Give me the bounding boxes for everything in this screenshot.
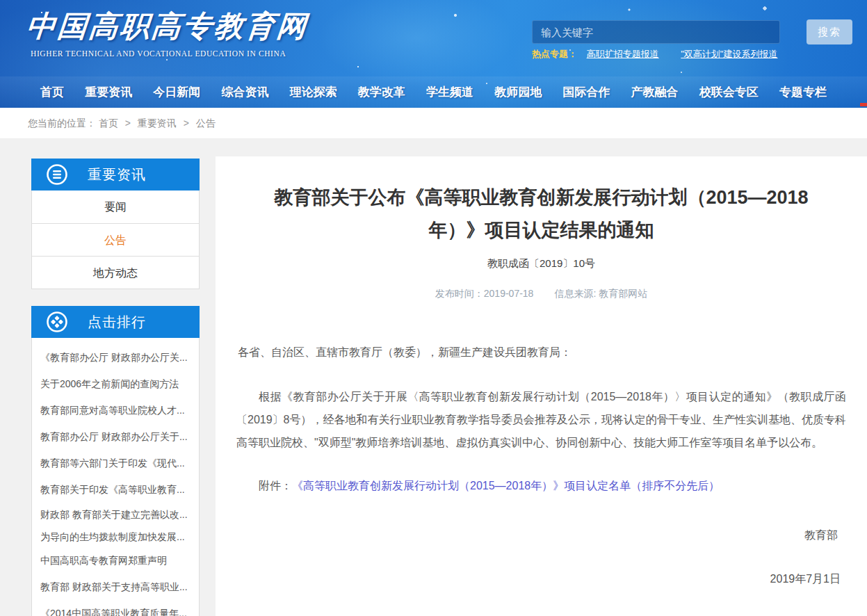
document-number: 教职成函〔2019〕10号: [236, 257, 846, 270]
search-button[interactable]: 搜索: [807, 19, 852, 44]
sidebar-item-yaowen[interactable]: 要闻: [31, 191, 200, 224]
logo-title: 中国高职高专教育网: [25, 7, 310, 46]
nav-item-important-news[interactable]: 重要资讯: [85, 84, 132, 100]
breadcrumb-separator: >: [125, 117, 131, 129]
publish-time-value: 2019-07-18: [484, 288, 534, 299]
hot-topics: 热点专题： 高职扩招专题报道 "双高计划"建设系列报道: [532, 48, 797, 60]
nav-item-general-info[interactable]: 综合资讯: [222, 84, 269, 100]
list-item[interactable]: 教育部等六部门关于印发《现代...: [40, 450, 193, 476]
page-title: 教育部关于公布《高等职业教育创新发展行动计划（2015—2018年）》项目认定结…: [253, 181, 830, 247]
search-input[interactable]: [532, 20, 780, 44]
source-label: 信息来源:: [554, 288, 599, 299]
sidebar-news-header: 重要资讯: [31, 159, 200, 191]
nav-item-school-association[interactable]: 校联会专区: [699, 84, 759, 100]
list-item[interactable]: 关于2006年之前新闻的查阅方法: [40, 371, 193, 397]
breadcrumb-label: 您当前的位置：: [28, 117, 96, 129]
list-item[interactable]: 教育部办公厅 财政部办公厅关于...: [40, 423, 193, 450]
source-value: 教育部网站: [599, 288, 647, 299]
sidebar-ranking-title: 点击排行: [69, 313, 165, 332]
attachment-line: 附件：《高等职业教育创新发展行动计划（2015—2018年）》项目认定名单（排序…: [236, 474, 846, 497]
nav-item-student-channel[interactable]: 学生频道: [426, 84, 473, 100]
site-header: 中国高职高专教育网 HIGHER TECHNICAL AND VOCATIONA…: [0, 0, 867, 108]
signature-date: 2019年7月1日: [236, 567, 846, 590]
nav-item-international[interactable]: 国际合作: [562, 84, 610, 100]
hot-topic-link-double-high[interactable]: "双高计划"建设系列报道: [681, 49, 777, 59]
site-logo[interactable]: 中国高职高专教育网 HIGHER TECHNICAL AND VOCATIONA…: [26, 7, 308, 58]
scroll-marker: [860, 103, 867, 106]
article-panel: 教育部关于公布《高等职业教育创新发展行动计划（2015—2018年）》项目认定结…: [216, 156, 867, 616]
nav-item-teacher-garden[interactable]: 教师园地: [494, 84, 542, 100]
breadcrumb-important-news[interactable]: 重要资讯: [138, 117, 177, 129]
nav-item-theory[interactable]: 理论探索: [290, 84, 337, 100]
list-item[interactable]: 教育部 财政部关于支持高等职业...: [40, 574, 193, 600]
breadcrumb-separator: >: [184, 117, 189, 129]
sidebar-item-gonggao[interactable]: 公告: [31, 223, 200, 257]
list-item[interactable]: 教育部同意对高等职业院校人才...: [40, 397, 193, 423]
sidebar-item-difang-dongtai[interactable]: 地方动态: [31, 256, 200, 289]
signature: 教育部: [236, 524, 846, 546]
sidebar-news-section: 重要资讯 要闻 公告 地方动态: [31, 159, 200, 289]
breadcrumb: 您当前的位置： 首页 > 重要资讯 > 公告: [0, 108, 867, 139]
page: 中国高职高专教育网 HIGHER TECHNICAL AND VOCATIONA…: [0, 0, 867, 616]
nav-item-industry-education[interactable]: 产教融合: [631, 84, 679, 100]
attachment-link[interactable]: 《高等职业教育创新发展行动计划（2015—2018年）》项目认定名单（排序不分先…: [292, 480, 720, 492]
publish-time-label: 发布时间：: [435, 288, 484, 299]
nav-item-home[interactable]: 首页: [40, 84, 64, 100]
salutation-paragraph: 各省、自治区、直辖市教育厅（教委），新疆生产建设兵团教育局：: [238, 341, 846, 364]
attachment-label: 附件：: [259, 480, 292, 492]
compass-circle-icon: [45, 310, 69, 334]
hot-topic-link-enrollment[interactable]: 高职扩招专题报道: [587, 49, 659, 59]
list-item[interactable]: 《2014中国高等职业教育质量年...: [40, 600, 193, 616]
list-item[interactable]: 财政部 教育部关于建立完善以改...: [40, 503, 193, 526]
breadcrumb-home[interactable]: 首页: [99, 117, 118, 129]
list-item[interactable]: 为导向的生均拨款制度加快发展...: [40, 526, 193, 547]
sidebar-ranking-section: 点击排行 《教育部办公厅 财政部办公厅关... 关于2006年之前新闻的查阅方法…: [31, 306, 200, 616]
nav-item-teaching-reform[interactable]: 教学改革: [358, 84, 405, 100]
sidebar-news-title: 重要资讯: [69, 165, 165, 184]
list-item[interactable]: 《教育部办公厅 财政部办公厅关...: [40, 344, 193, 371]
sidebar-ranking-header: 点击排行: [31, 306, 200, 338]
hot-topics-label: 热点专题：: [532, 49, 577, 59]
ranking-list: 《教育部办公厅 财政部办公厅关... 关于2006年之前新闻的查阅方法 教育部同…: [31, 338, 200, 616]
sidebar-news-items: 要闻 公告 地方动态: [31, 191, 200, 289]
logo-subtitle: HIGHER TECHNICAL AND VOCATIONAL EDUCATIO…: [26, 49, 308, 58]
article-body: 各省、自治区、直辖市教育厅（教委），新疆生产建设兵团教育局： 根据《教育部办公厅…: [236, 341, 846, 590]
list-item[interactable]: 教育部关于印发《高等职业教育...: [40, 476, 193, 503]
main-paragraph: 根据《教育部办公厅关于开展〈高等职业教育创新发展行动计划（2015—2018年）…: [236, 385, 846, 454]
nav-item-today-news[interactable]: 今日新闻: [153, 84, 200, 100]
breadcrumb-announcement[interactable]: 公告: [196, 117, 216, 129]
article-meta: 发布时间：2019-07-18信息来源: 教育部网站: [236, 288, 846, 300]
nav-item-special-column[interactable]: 专题专栏: [779, 84, 827, 100]
list-item[interactable]: 中国高职高专教育网郑重声明: [40, 547, 193, 574]
main-nav: 首页 重要资讯 今日新闻 综合资讯 理论探索 教学改革 学生频道 教师园地 国际…: [0, 76, 867, 108]
list-circle-icon: [45, 163, 69, 186]
